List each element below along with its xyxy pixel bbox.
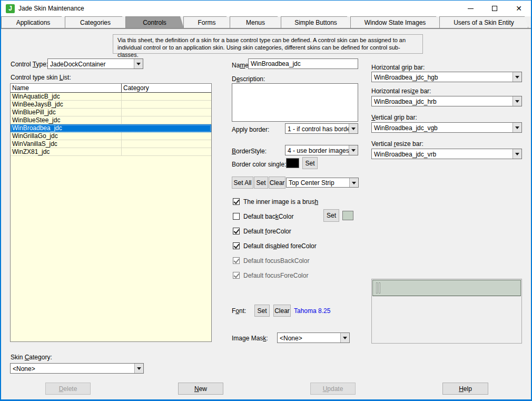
backcolor-swatch bbox=[342, 211, 353, 220]
checkbox-default-forecolor[interactable]: Default foreColor bbox=[233, 227, 291, 235]
tab-applications[interactable]: Applications bbox=[1, 16, 65, 28]
image-mask-combo[interactable]: <None> bbox=[277, 332, 350, 343]
horizontal-grip-bar-value: WinBroadbea_jdc_hgb bbox=[372, 72, 513, 82]
checkbox-inner-image-brush[interactable]: The inner image is a brush bbox=[233, 198, 318, 206]
border-color-single-label: Border color single: bbox=[232, 161, 286, 168]
minimize-icon bbox=[468, 8, 474, 9]
new-button[interactable]: New bbox=[178, 383, 223, 395]
table-row[interactable]: WinGrillaGo_jdc bbox=[11, 132, 211, 140]
dropdown-arrow-icon bbox=[349, 145, 358, 155]
maximize-button[interactable] bbox=[482, 1, 507, 16]
checkbox-label: Default focusBackColor bbox=[243, 257, 309, 265]
horizontal-resize-bar-combo[interactable]: WinBroadbea_jdc_hrb bbox=[371, 96, 522, 106]
table-row[interactable]: WinZX81_jdc bbox=[11, 148, 211, 156]
checkbox-label: Default focusForeColor bbox=[243, 272, 308, 279]
checkbox-default-focusbackcolor: Default focusBackColor bbox=[233, 257, 309, 265]
strip-set-all-button[interactable]: Set All bbox=[232, 177, 253, 189]
border-color-set-button[interactable]: Set bbox=[302, 157, 318, 169]
tab-menus[interactable]: Menus bbox=[230, 16, 281, 28]
backcolor-set-button[interactable]: Set bbox=[323, 209, 339, 222]
table-row[interactable]: WinBlueStee_jdc bbox=[11, 116, 211, 124]
skin-category-value: <None> bbox=[11, 364, 134, 373]
horizontal-grip-bar-label: Horizontal grip bar: bbox=[371, 64, 425, 71]
tab-strip-divider bbox=[1, 28, 531, 29]
dropdown-arrow-icon bbox=[513, 123, 521, 132]
grip-handle-icon bbox=[376, 282, 380, 294]
checkbox-label: Default disabled foreColor bbox=[243, 242, 317, 250]
dropdown-arrow-icon bbox=[513, 72, 521, 82]
maximize-icon bbox=[492, 6, 497, 11]
control-type-value: JadeDockContainer bbox=[48, 59, 134, 69]
column-header-category: Category bbox=[122, 84, 211, 92]
apply-border-combo[interactable]: 1 - if control has border bbox=[285, 123, 358, 134]
checkbox-icon[interactable] bbox=[233, 228, 240, 234]
strip-clear-button[interactable]: Clear bbox=[269, 177, 285, 189]
tab-controls[interactable]: Controls bbox=[125, 16, 184, 28]
horizontal-resize-bar-label: Horizontal resize bar: bbox=[371, 87, 431, 95]
help-button[interactable]: Help bbox=[442, 383, 488, 395]
table-row[interactable]: WinBeeJaysB_jdc bbox=[11, 101, 211, 109]
dropdown-arrow-icon bbox=[134, 59, 143, 69]
update-button[interactable]: Update bbox=[310, 383, 356, 395]
dropdown-arrow-icon bbox=[349, 124, 358, 133]
checkbox-default-backcolor[interactable]: Default backColor bbox=[233, 212, 293, 220]
column-header-name: Name bbox=[11, 84, 122, 92]
dropdown-arrow-icon bbox=[134, 364, 143, 373]
table-row-selected[interactable]: WinBroadbea_jdc bbox=[11, 124, 211, 132]
title-bar: J Jade Skin Maintenance ✕ bbox=[1, 1, 531, 16]
tab-strip: Applications Categories Controls Forms M… bbox=[1, 16, 531, 28]
tab-forms[interactable]: Forms bbox=[183, 16, 230, 28]
checkbox-icon[interactable] bbox=[233, 198, 240, 205]
checkbox-icon[interactable] bbox=[233, 242, 240, 249]
tab-categories[interactable]: Categories bbox=[65, 16, 126, 28]
tab-simple-buttons[interactable]: Simple Buttons bbox=[281, 16, 351, 28]
dropdown-arrow-icon bbox=[513, 149, 521, 159]
delete-button[interactable]: Delete bbox=[45, 383, 91, 395]
strip-set-button[interactable]: Set bbox=[254, 177, 268, 189]
checkbox-icon bbox=[233, 272, 240, 279]
table-row[interactable]: WinAquaticB_jdc bbox=[11, 93, 211, 101]
border-color-swatch bbox=[286, 158, 299, 168]
control-type-skin-list: Name Category WinAquaticB_jdc WinBeeJays… bbox=[10, 83, 212, 342]
sheet-description: Via this sheet, the definition of a skin… bbox=[113, 34, 423, 54]
checkbox-label: Default backColor bbox=[243, 213, 293, 220]
dropdown-arrow-icon bbox=[513, 96, 521, 106]
skin-category-label: Skin Category: bbox=[11, 354, 52, 361]
horizontal-resize-bar-value: WinBroadbea_jdc_hrb bbox=[372, 96, 513, 106]
apply-border-value: 1 - if control has border bbox=[285, 124, 349, 133]
skin-list-header: Name Category bbox=[11, 84, 211, 93]
skin-preview-panel bbox=[371, 279, 522, 344]
vertical-grip-bar-label: Vertical grip bar: bbox=[371, 114, 417, 121]
skin-category-combo[interactable]: <None> bbox=[10, 363, 144, 374]
checkbox-icon bbox=[233, 257, 240, 264]
font-value: Tahoma 8.25 bbox=[294, 307, 330, 315]
table-row[interactable]: WinBluePill_jdc bbox=[11, 109, 211, 116]
vertical-grip-bar-combo[interactable]: WinBroadbea_jdc_vgb bbox=[371, 122, 522, 133]
checkbox-default-disabled-forecolor[interactable]: Default disabled foreColor bbox=[233, 242, 317, 250]
table-row[interactable]: WinVanillaS_jdc bbox=[11, 140, 211, 148]
name-input[interactable] bbox=[248, 58, 358, 69]
close-icon: ✕ bbox=[516, 5, 522, 12]
checkbox-icon[interactable] bbox=[233, 213, 240, 220]
strip-combo[interactable]: Top Center Strip bbox=[286, 178, 359, 188]
vertical-grip-bar-value: WinBroadbea_jdc_vgb bbox=[372, 123, 513, 132]
skin-list-label: Control type skin List: bbox=[11, 74, 71, 81]
horizontal-grip-bar-combo[interactable]: WinBroadbea_jdc_hgb bbox=[371, 72, 522, 82]
description-input[interactable] bbox=[232, 83, 358, 122]
border-style-combo[interactable]: 4 - use border images bbox=[285, 145, 358, 155]
checkbox-label: Default foreColor bbox=[243, 228, 291, 235]
minimize-button[interactable] bbox=[458, 1, 482, 16]
tab-window-state-images[interactable]: Window State Images bbox=[350, 16, 440, 28]
font-label: Font: bbox=[232, 307, 246, 315]
app-icon: J bbox=[6, 4, 15, 13]
dropdown-arrow-icon bbox=[340, 333, 349, 343]
close-button[interactable]: ✕ bbox=[507, 1, 531, 16]
vertical-resize-bar-combo[interactable]: WinBroadbea_jdc_vrb bbox=[371, 149, 522, 159]
font-clear-button[interactable]: Clear bbox=[273, 305, 291, 317]
vertical-resize-bar-value: WinBroadbea_jdc_vrb bbox=[372, 149, 513, 159]
apply-border-label: Apply border: bbox=[232, 126, 269, 133]
border-style-label: BorderStyle: bbox=[232, 148, 267, 155]
control-type-combo[interactable]: JadeDockContainer bbox=[47, 58, 143, 69]
tab-users-of-skin-entity[interactable]: Users of a Skin Entity bbox=[439, 16, 528, 28]
font-set-button[interactable]: Set bbox=[254, 305, 270, 317]
